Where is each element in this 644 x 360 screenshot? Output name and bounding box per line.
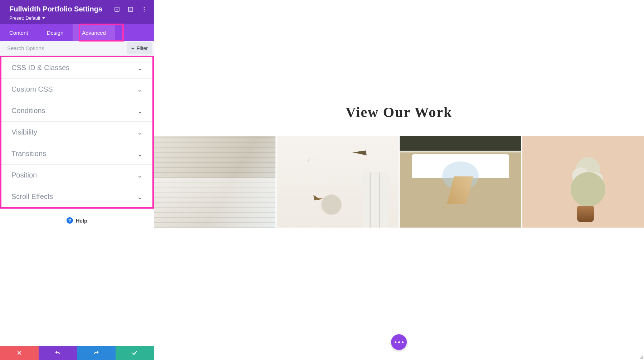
tabs-bar: Content Design Advanced [0,24,154,41]
svg-point-5 [144,9,145,10]
section-css-id-classes[interactable]: CSS ID & Classes [1,57,152,79]
section-label: Visibility [11,128,37,136]
section-label: CSS ID & Classes [11,64,69,72]
redo-button[interactable] [77,346,116,360]
section-visibility[interactable]: Visibility [1,122,152,143]
section-transitions[interactable]: Transitions [1,143,152,165]
filter-label: Filter [137,45,148,51]
help-icon: ? [67,217,73,224]
undo-button[interactable] [39,346,77,360]
portfolio-item[interactable] [154,136,275,228]
svg-rect-2 [128,7,133,11]
portfolio-gallery [154,136,644,228]
chevron-down-icon [137,108,142,113]
redo-icon [93,350,99,356]
portfolio-item[interactable] [277,136,398,228]
chevron-down-icon [137,173,142,178]
undo-icon [54,350,61,356]
section-label: Conditions [11,107,45,115]
section-custom-css[interactable]: Custom CSS [1,79,152,100]
tab-advanced[interactable]: Advanced [73,24,115,41]
svg-point-4 [144,7,145,8]
search-row: + Filter [0,41,154,56]
check-icon [131,350,138,356]
preset-prefix: Preset: [9,15,24,21]
chevron-down-icon [137,87,142,92]
portfolio-item[interactable] [522,136,644,228]
resize-handle-icon[interactable] [638,354,643,359]
more-menu-icon[interactable] [141,6,147,13]
dot-icon [398,341,400,343]
tab-content[interactable]: Content [0,24,38,41]
help-label: Help [76,218,88,224]
panel-footer [0,346,154,360]
page-preview: View Our Work [154,0,644,360]
preview-heading: View Our Work [154,104,644,121]
chevron-down-icon [137,194,142,199]
dot-icon [402,341,404,343]
panel-header: Fullwidth Portfolio Settings Preset: Def… [0,0,154,24]
responsive-preview-icon[interactable] [114,6,120,13]
section-position[interactable]: Position [1,165,152,186]
search-input[interactable] [0,41,127,55]
sections-container: CSS ID & Classes Custom CSS Conditions V… [0,56,154,209]
settings-panel: Fullwidth Portfolio Settings Preset: Def… [0,0,154,360]
builder-fab-button[interactable] [391,334,407,350]
chevron-down-icon [137,151,142,156]
chevron-down-icon [137,65,142,70]
wireframe-view-icon[interactable] [127,6,134,13]
panel-title: Fullwidth Portfolio Settings [9,5,102,13]
section-conditions[interactable]: Conditions [1,100,152,122]
svg-point-6 [144,10,145,11]
section-label: Custom CSS [11,85,53,93]
plus-icon: + [131,45,135,51]
cancel-button[interactable] [0,346,39,360]
section-scroll-effects[interactable]: Scroll Effects [1,186,152,207]
section-label: Transitions [11,150,46,158]
section-label: Scroll Effects [11,193,53,201]
svg-point-1 [117,9,118,10]
tab-design[interactable]: Design [38,24,73,41]
filter-button[interactable]: + Filter [127,42,152,54]
preset-selector[interactable]: Preset: Default [9,15,147,21]
close-icon [16,350,22,356]
dot-icon [395,341,396,343]
help-row[interactable]: ? Help [0,209,154,232]
panel-header-actions [114,6,147,13]
portfolio-item[interactable] [400,136,521,228]
save-button[interactable] [116,346,154,360]
section-label: Position [11,171,37,179]
caret-down-icon [42,17,45,19]
preset-value: Default [25,15,40,21]
chevron-down-icon [137,130,142,135]
